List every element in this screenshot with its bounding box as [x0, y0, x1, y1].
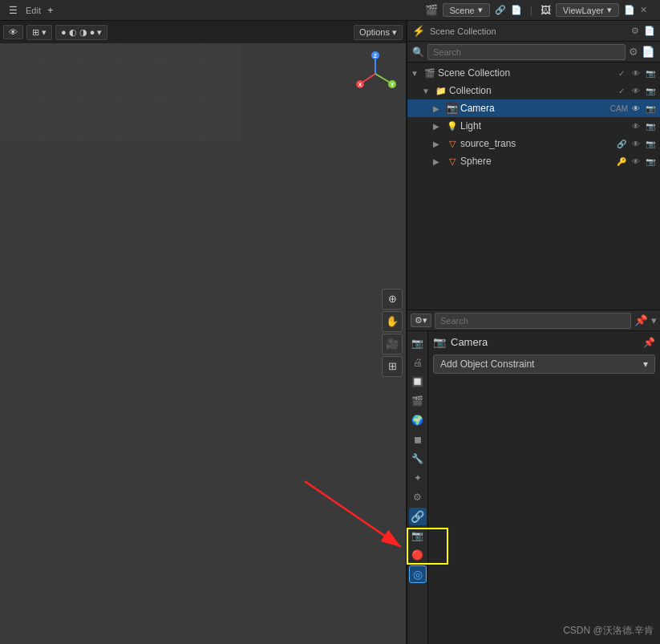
camera-btn[interactable]: 🎥 — [382, 334, 403, 354]
add-constraint-btn[interactable]: Add Object Constraint ▾ — [433, 354, 655, 374]
prop-search-input[interactable] — [435, 313, 631, 329]
top-bar: ☰ Edit + 🎬 Scene ▾ 🔗 📄 | 🖼 ViewLayer ▾ 📄… — [0, 0, 660, 21]
collection-label: Collection — [449, 85, 613, 96]
outliner-panel: ⚡ Scene Collection ⚙ 📄 🔍 ⚙ 📄 ▼ 🎬 Scene C… — [407, 21, 660, 310]
grab-tool-btn[interactable]: ✋ — [382, 311, 403, 332]
new-scene-icon: 📄 — [511, 5, 522, 15]
visibility-toggle2[interactable]: ✓ — [615, 84, 628, 97]
viewport-visibility-icon[interactable]: 👁 — [630, 67, 642, 79]
shading-mode-icon: ● — [61, 27, 67, 37]
prop-close-btn[interactable]: ▾ — [651, 314, 657, 326]
prop-world-btn[interactable]: 🌍 — [409, 411, 427, 429]
outliner-search-input[interactable] — [427, 44, 626, 60]
outliner-row-actions4: 👁 📷 — [630, 119, 657, 132]
prop-output-btn[interactable]: 🖨 — [409, 354, 427, 371]
scene-collection-label: Scene Collection — [438, 67, 613, 79]
prop-pin-btn[interactable]: 📌 — [634, 314, 648, 326]
prop-particles-btn[interactable]: ✦ — [409, 469, 427, 487]
expand-arrow: ▼ — [411, 69, 422, 78]
overlays-btn[interactable]: ⊞ ▾ — [26, 25, 52, 40]
rendered-icon: ● — [90, 27, 95, 37]
outliner-item-camera[interactable]: ▶ 📷 Camera CAM 👁 📷 — [407, 99, 660, 117]
outliner-icon: ⚡ — [412, 25, 425, 37]
axis-widget: Z Y X — [351, 50, 399, 98]
outliner-item-sphere[interactable]: ▶ ▽ Sphere 🔑 👁 📷 — [407, 152, 660, 170]
outliner-row-actions5: 🔗 👁 📷 — [615, 137, 657, 150]
dropdown-icon2: ▾ — [607, 5, 612, 15]
sphere-icon: ▽ — [446, 155, 459, 168]
view-layer-icon: 🖼 — [541, 4, 551, 16]
outliner-item-source-trans[interactable]: ▶ ▽ source_trans 🔗 👁 📷 — [407, 135, 660, 152]
outliner-item-collection[interactable]: ▼ 📁 Collection ✓ 👁 📷 — [407, 82, 660, 99]
viewport-vis2[interactable]: 👁 — [630, 84, 642, 97]
link-icon: 🔗 — [495, 5, 506, 15]
zoom-in-btn[interactable]: ⊕ — [382, 289, 403, 310]
outliner-toolbar: 🔍 ⚙ 📄 — [407, 42, 660, 63]
new-layer-icon: 📄 — [624, 5, 635, 15]
indent3 — [411, 117, 420, 135]
render-vis4[interactable]: 📷 — [644, 119, 657, 132]
prop-object-btn[interactable]: ◼ — [409, 431, 427, 448]
viewport-vis6[interactable]: 👁 — [630, 155, 642, 168]
dropdown-icon: ▾ — [42, 27, 47, 38]
properties-sidebar: 📷 🖨 🔲 🎬 🌍 ◼ 🔧 ✦ ⚙ 🔗 📷 🔴 ◎ — [407, 331, 428, 644]
svg-text:Z: Z — [374, 53, 378, 59]
lock5[interactable]: 🔗 — [615, 137, 628, 150]
render-vis6[interactable]: 📷 — [644, 155, 657, 168]
prop-render-btn[interactable]: 📷 — [409, 334, 427, 352]
material-icon: ◑ — [79, 27, 87, 38]
prop-header: 📷 Camera 📌 — [433, 336, 655, 348]
prop-material-btn[interactable]: 🔴 — [409, 546, 427, 564]
outliner-item-light[interactable]: ▶ 💡 Light 👁 📷 — [407, 117, 660, 135]
scene-collection-icon: 🎬 — [423, 67, 436, 79]
add-label[interactable]: + — [47, 4, 54, 16]
indent2 — [411, 99, 420, 117]
indent1 — [411, 82, 420, 99]
prop-object-data-btn[interactable]: 📷 — [409, 527, 427, 545]
outliner-item-scene-collection[interactable]: ▼ 🎬 Scene Collection ✓ 👁 📷 — [407, 64, 660, 82]
options-btn[interactable]: Options ▾ — [354, 25, 403, 40]
viewport-vis3[interactable]: 👁 — [630, 102, 642, 115]
filter-icon-btn[interactable]: ⚙ — [629, 46, 638, 58]
mesh-icon: ▽ — [446, 137, 459, 150]
light-icon: 💡 — [446, 119, 459, 132]
outliner-close-btn[interactable]: 📄 — [644, 26, 655, 36]
lock6[interactable]: 🔑 — [615, 155, 628, 168]
expand-arrow4: ▶ — [433, 122, 444, 131]
outliner-row-actions2: ✓ 👁 📷 — [615, 84, 657, 97]
prop-scene-btn[interactable]: 🎬 — [409, 392, 427, 410]
render-visibility-icon[interactable]: 📷 — [644, 67, 657, 79]
solid-icon: ◐ — [69, 27, 77, 38]
viewport-shading-btn[interactable]: 👁 — [3, 25, 23, 39]
render-vis3[interactable]: 📷 — [644, 102, 657, 115]
outliner-row-actions6: 🔑 👁 📷 — [615, 155, 657, 168]
visibility-toggle[interactable]: ✓ — [615, 67, 628, 79]
prop-nodes-btn[interactable]: ◎ — [409, 565, 427, 583]
indent4b — [422, 135, 431, 152]
prop-view-layer-btn[interactable]: 🔲 — [409, 373, 427, 391]
prop-title: 📷 Camera — [433, 336, 488, 348]
render-vis5[interactable]: 📷 — [644, 137, 657, 150]
prop-modifier-btn[interactable]: 🔧 — [409, 450, 427, 468]
viewport-shading-mode-btn[interactable]: ● ◐ ◑ ● ▾ — [55, 25, 107, 40]
watermark: CSDN @沃洛德.辛肯 — [563, 624, 654, 638]
grid-btn[interactable]: ⊞ — [382, 356, 403, 377]
render-vis2[interactable]: 📷 — [644, 84, 657, 97]
shading-icon: 👁 — [9, 27, 18, 37]
prop-constraints-btn[interactable]: 🔗 — [409, 508, 427, 525]
view-layer-selector[interactable]: ViewLayer ▾ — [556, 3, 619, 17]
filter-btn[interactable]: ⚙ — [631, 26, 639, 36]
viewport[interactable]: 👁 ⊞ ▾ ● ◐ ◑ ● ▾ Options ▾ Z Y — [0, 21, 406, 644]
dropdown-icon: ▾ — [478, 5, 483, 15]
prop-physics-btn[interactable]: ⚙ — [409, 488, 427, 506]
viewport-vis5[interactable]: 👁 — [630, 137, 642, 150]
sort-btn[interactable]: 📄 — [642, 46, 655, 58]
top-bar-left: ☰ Edit + — [0, 4, 425, 17]
top-bar-center: 🎬 Scene ▾ 🔗 📄 | 🖼 ViewLayer ▾ 📄 ✕ — [425, 3, 648, 17]
collection-icon: 📁 — [435, 84, 447, 97]
indent2b — [422, 99, 431, 117]
viewport-vis4[interactable]: 👁 — [630, 119, 642, 132]
prop-mode-btn[interactable]: ⚙▾ — [411, 314, 431, 327]
scene-selector[interactable]: Scene ▾ — [443, 3, 490, 17]
expand-arrow3: ▶ — [433, 104, 444, 113]
